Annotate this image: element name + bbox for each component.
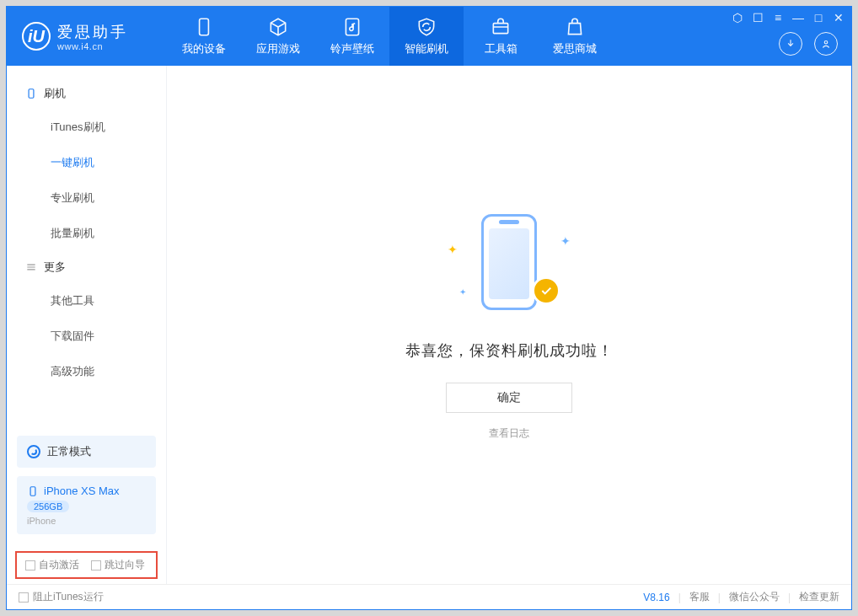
cube-icon — [267, 16, 289, 38]
tab-device[interactable]: 我的设备 — [167, 7, 241, 66]
titlebar: iU 爱思助手 www.i4.cn 我的设备 应用游戏 铃声壁纸 智能刷机 — [7, 7, 851, 66]
view-log-link[interactable]: 查看日志 — [489, 426, 529, 441]
sidebar-item-itunes-flash[interactable]: iTunes刷机 — [7, 110, 166, 145]
menu-icon[interactable]: ≡ — [772, 12, 784, 24]
app-site: www.i4.cn — [57, 41, 128, 51]
checkmark-badge — [532, 276, 560, 305]
tab-ringtone[interactable]: 铃声壁纸 — [315, 7, 389, 66]
svg-rect-4 — [29, 89, 34, 99]
sparkle-icon: ✦ — [448, 243, 458, 256]
checkbox-label: 自动激活 — [39, 558, 79, 572]
statusbar: 阻止iTunes运行 V8.16 | 客服 | 微信公众号 | 检查更新 — [7, 584, 851, 609]
close-button[interactable]: ✕ — [833, 12, 845, 24]
sidebar-section-flash: 刷机 — [7, 78, 166, 110]
tab-label: 铃声壁纸 — [330, 41, 374, 56]
window-controls: ⬡ ☐ ≡ ― □ ✕ — [732, 12, 845, 24]
mode-icon — [27, 445, 40, 458]
svg-point-3 — [824, 41, 828, 45]
device-icon — [25, 88, 37, 99]
success-message: 恭喜您，保资料刷机成功啦！ — [405, 340, 614, 361]
feedback-icon[interactable]: ☐ — [752, 12, 764, 24]
tab-mall[interactable]: 爱思商城 — [538, 7, 612, 66]
bag-icon — [564, 16, 586, 38]
device-card[interactable]: iPhone XS Max 256GB iPhone — [17, 476, 156, 534]
phone-illustration — [481, 214, 537, 310]
checkbox-label: 跳过向导 — [105, 558, 145, 572]
sidebar-item-download-firmware[interactable]: 下载固件 — [7, 319, 166, 354]
version-label: V8.16 — [643, 592, 669, 603]
minimize-button[interactable]: ― — [792, 12, 804, 24]
sidebar-item-pro-flash[interactable]: 专业刷机 — [7, 180, 166, 216]
phone-icon — [193, 16, 215, 38]
ok-button[interactable]: 确定 — [446, 383, 572, 413]
wechat-link[interactable]: 微信公众号 — [729, 590, 780, 604]
device-name: iPhone XS Max — [44, 485, 120, 497]
user-icon[interactable] — [814, 32, 838, 56]
logo-icon: iU — [22, 22, 51, 51]
sparkle-icon: ✦ — [560, 234, 571, 248]
tab-label: 智能刷机 — [405, 41, 448, 56]
sidebar-item-oneclick-flash[interactable]: 一键刷机 — [7, 145, 166, 180]
checkbox-icon — [25, 560, 35, 570]
app-window: iU 爱思助手 www.i4.cn 我的设备 应用游戏 铃声壁纸 智能刷机 — [6, 6, 852, 610]
mode-card[interactable]: 正常模式 — [17, 436, 156, 468]
sparkle-icon: ✦ — [459, 287, 466, 297]
flash-options-highlight: 自动激活 跳过向导 — [15, 551, 158, 579]
tab-label: 应用游戏 — [256, 41, 300, 56]
tab-flash[interactable]: 智能刷机 — [389, 7, 464, 66]
checkbox-label: 阻止iTunes运行 — [33, 590, 104, 604]
header-actions — [779, 32, 838, 56]
svg-rect-5 — [30, 486, 35, 495]
logo: iU 爱思助手 www.i4.cn — [7, 22, 167, 51]
support-link[interactable]: 客服 — [689, 590, 710, 604]
music-file-icon — [341, 16, 363, 38]
svg-rect-2 — [493, 24, 507, 34]
sidebar-item-other-tools[interactable]: 其他工具 — [7, 283, 166, 319]
checkbox-icon — [91, 560, 101, 570]
tab-apps[interactable]: 应用游戏 — [241, 7, 315, 66]
app-name: 爱思助手 — [57, 22, 128, 42]
phone-small-icon — [27, 485, 39, 497]
maximize-button[interactable]: □ — [812, 12, 824, 24]
auto-activate-checkbox[interactable]: 自动激活 — [25, 558, 79, 572]
sidebar-item-advanced[interactable]: 高级功能 — [7, 354, 166, 389]
section-label: 刷机 — [44, 86, 66, 101]
skip-wizard-checkbox[interactable]: 跳过向导 — [91, 558, 145, 572]
sidebar-section-more: 更多 — [7, 251, 166, 283]
tab-label: 工具箱 — [485, 41, 517, 56]
block-itunes-checkbox[interactable]: 阻止iTunes运行 — [19, 590, 104, 604]
device-type: iPhone — [27, 516, 146, 526]
tab-tools[interactable]: 工具箱 — [464, 7, 538, 66]
sidebar: 刷机 iTunes刷机 一键刷机 专业刷机 批量刷机 更多 其他工具 下载固件 … — [7, 66, 167, 584]
download-icon[interactable] — [779, 32, 802, 56]
sidebar-bottom: 正常模式 iPhone XS Max 256GB iPhone — [7, 427, 166, 551]
mode-label: 正常模式 — [47, 444, 91, 459]
refresh-shield-icon — [416, 16, 437, 38]
toolbox-icon — [490, 16, 512, 38]
tshirt-icon[interactable]: ⬡ — [732, 12, 743, 24]
separator: | — [678, 592, 681, 603]
main-content: ✦ ✦ ✦ 恭喜您，保资料刷机成功啦！ 确定 查看日志 — [167, 66, 851, 584]
separator: | — [788, 592, 791, 603]
check-update-link[interactable]: 检查更新 — [799, 590, 839, 604]
success-illustration: ✦ ✦ ✦ — [454, 209, 564, 319]
device-capacity: 256GB — [27, 501, 69, 512]
side-nav: 刷机 iTunes刷机 一键刷机 专业刷机 批量刷机 更多 其他工具 下载固件 … — [7, 66, 166, 427]
svg-rect-0 — [200, 19, 209, 35]
separator: | — [718, 592, 721, 603]
tab-label: 爱思商城 — [553, 41, 597, 56]
section-label: 更多 — [44, 260, 66, 275]
tab-label: 我的设备 — [182, 41, 226, 56]
list-icon — [25, 261, 37, 273]
main-tabs: 我的设备 应用游戏 铃声壁纸 智能刷机 工具箱 爱思商城 — [167, 7, 612, 66]
body: 刷机 iTunes刷机 一键刷机 专业刷机 批量刷机 更多 其他工具 下载固件 … — [7, 66, 851, 584]
sidebar-item-batch-flash[interactable]: 批量刷机 — [7, 216, 166, 251]
checkbox-icon — [19, 592, 29, 603]
